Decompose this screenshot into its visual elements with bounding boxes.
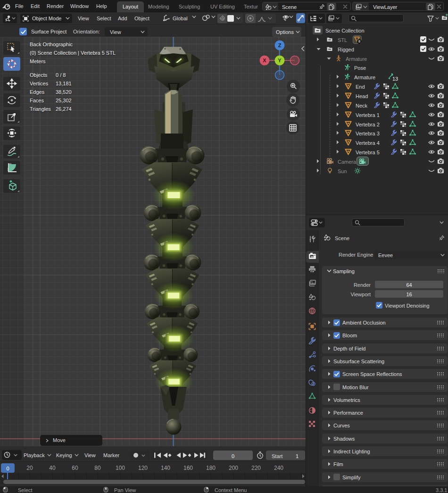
svg-text:Z: Z <box>278 42 282 48</box>
svg-text:X: X <box>263 58 266 63</box>
svg-text:Y: Y <box>278 58 282 63</box>
